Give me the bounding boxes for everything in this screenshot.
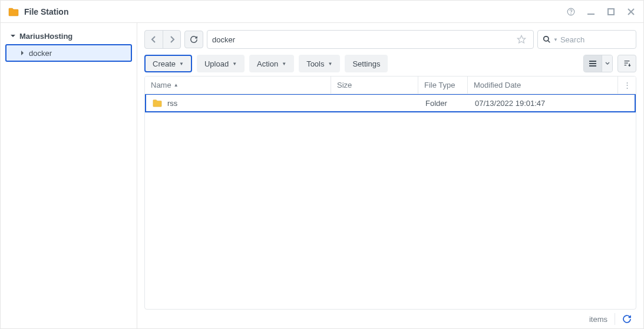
file-type: Folder [425,99,447,108]
tree-root-label: MariusHosting [19,32,72,41]
table-row[interactable]: rss Folder 07/13/2022 19:01:47 [145,94,636,112]
search-icon [543,35,551,44]
view-mode-group [583,55,613,72]
tools-button[interactable]: Tools▼ [299,55,340,72]
path-bar[interactable] [207,30,534,49]
tree-root[interactable]: MariusHosting [5,28,132,44]
column-type[interactable]: File Type [418,77,468,94]
app-icon [8,6,19,18]
folder-icon [152,98,163,108]
chevron-down-icon: ▼ [282,61,286,67]
refresh-button[interactable] [184,31,203,48]
tree-item-docker[interactable]: docker [5,44,132,62]
help-icon[interactable] [566,6,576,17]
create-button[interactable]: Create▼ [144,55,192,72]
chevron-down-icon: ▼ [179,61,184,67]
window-title: File Station [24,7,566,16]
column-menu-icon[interactable]: ⋮ [618,81,636,89]
column-modified[interactable]: Modified Date [468,77,618,94]
file-modified: 07/13/2022 19:01:47 [475,99,545,108]
titlebar: File Station [1,1,643,23]
svg-marker-4 [517,35,525,43]
search-caret-icon[interactable]: ▼ [553,37,558,42]
sidebar: MariusHosting docker [1,23,137,328]
chevron-down-icon: ▼ [232,61,237,67]
nav-group [144,30,181,49]
tree-item-label: docker [29,49,52,58]
column-size[interactable]: Size [331,77,418,94]
caret-right-icon [18,50,27,56]
settings-button[interactable]: Settings [345,55,388,72]
action-button[interactable]: Action▼ [249,55,294,72]
search-input[interactable] [560,35,643,44]
close-icon[interactable] [626,6,636,17]
search-box[interactable]: ▼ [537,30,636,49]
sort-asc-icon: ▲ [174,82,179,88]
file-table: Name▲ Size File Type Modified Date ⋮ rss… [144,76,636,310]
svg-rect-2 [587,14,595,15]
column-name[interactable]: Name▲ [145,77,331,94]
chevron-down-icon: ▼ [328,61,333,67]
upload-button[interactable]: Upload▼ [197,55,245,72]
svg-point-1 [571,14,572,14]
sort-button[interactable] [617,55,636,72]
path-input[interactable] [212,35,514,44]
back-button[interactable] [145,31,163,48]
minimize-icon[interactable] [586,6,596,17]
items-label: items [589,315,607,324]
file-name: rss [167,99,177,108]
list-view-button[interactable] [584,55,602,72]
svg-point-5 [544,36,549,41]
status-bar: items [144,310,636,328]
favorite-icon[interactable] [514,35,529,44]
maximize-icon[interactable] [606,6,616,17]
view-dropdown-button[interactable] [602,55,612,72]
forward-button[interactable] [163,31,180,48]
caret-down-icon [9,33,17,39]
svg-rect-3 [608,9,614,15]
footer-refresh-icon[interactable] [615,313,632,325]
